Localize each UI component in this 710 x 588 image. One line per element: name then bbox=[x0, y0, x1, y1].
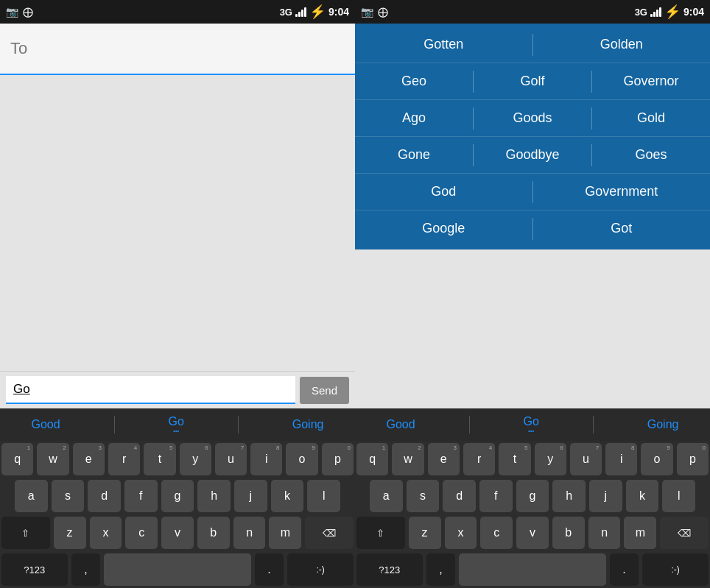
key-c-left[interactable]: c bbox=[125, 517, 158, 549]
key-x-right[interactable]: x bbox=[445, 517, 477, 549]
key-a-left[interactable]: a bbox=[15, 480, 48, 512]
key-k-left[interactable]: k bbox=[271, 480, 304, 512]
key-v-right[interactable]: v bbox=[516, 517, 549, 549]
to-field[interactable]: To bbox=[0, 24, 355, 75]
key-q-right[interactable]: 1q bbox=[356, 443, 388, 475]
space-key-right[interactable] bbox=[459, 553, 605, 586]
dropdown-goods[interactable]: Goods bbox=[474, 100, 591, 136]
key-c-right[interactable]: c bbox=[480, 517, 513, 549]
key-n-right[interactable]: n bbox=[588, 517, 621, 549]
key-r-left[interactable]: 4r bbox=[108, 443, 140, 475]
key-a-right[interactable]: a bbox=[370, 480, 403, 512]
dropdown-god[interactable]: God bbox=[355, 174, 532, 210]
dropdown-golf[interactable]: Golf bbox=[474, 63, 591, 99]
key-w-left[interactable]: 2w bbox=[37, 443, 68, 475]
dropdown-government[interactable]: Government bbox=[533, 174, 711, 210]
comma-key-right[interactable]: , bbox=[426, 553, 456, 586]
dropdown-geo[interactable]: Geo bbox=[355, 63, 473, 99]
key-q-left[interactable]: 1q bbox=[1, 443, 33, 475]
key-e-right[interactable]: 3e bbox=[428, 443, 460, 475]
key-h-left[interactable]: h bbox=[197, 480, 231, 512]
key-f-right[interactable]: f bbox=[479, 480, 513, 512]
dropdown-google[interactable]: Google bbox=[355, 210, 532, 247]
key-e-left[interactable]: 3e bbox=[73, 443, 105, 475]
key-s-right[interactable]: s bbox=[407, 480, 440, 512]
key-y-left[interactable]: 6y bbox=[180, 443, 211, 475]
key-g-left[interactable]: g bbox=[161, 480, 194, 512]
backspace-key-right[interactable]: ⌫ bbox=[660, 517, 709, 549]
time-left: 9:04 bbox=[328, 6, 349, 18]
key-i-right[interactable]: 8i bbox=[605, 443, 637, 475]
key-r-right[interactable]: 4r bbox=[463, 443, 495, 475]
key-f-left[interactable]: f bbox=[124, 480, 158, 512]
emoji-key-left[interactable]: :-) bbox=[287, 553, 354, 586]
key-p-left[interactable]: 0p bbox=[322, 443, 354, 475]
key-u-right[interactable]: 7u bbox=[570, 443, 602, 475]
sym-key-right[interactable]: ?123 bbox=[356, 553, 423, 586]
key-j-left[interactable]: j bbox=[234, 480, 267, 512]
suggestion-go-left[interactable]: Go bbox=[160, 412, 193, 437]
key-b-left[interactable]: b bbox=[197, 517, 230, 549]
dropdown-governor[interactable]: Governor bbox=[592, 63, 710, 99]
emoji-key-right[interactable]: :-) bbox=[642, 553, 709, 586]
dropdown-gotten[interactable]: Gotten bbox=[355, 26, 532, 63]
suggestion-divider-1 bbox=[114, 416, 115, 433]
sym-key-left[interactable]: ?123 bbox=[1, 553, 68, 586]
key-w-right[interactable]: 2w bbox=[392, 443, 423, 475]
key-x-left[interactable]: x bbox=[90, 517, 122, 549]
key-o-right[interactable]: 9o bbox=[641, 443, 672, 475]
key-h-right[interactable]: h bbox=[552, 480, 586, 512]
suggestions-row-right: Good Go Going bbox=[355, 408, 710, 441]
suggestion-going-right[interactable]: Going bbox=[639, 415, 688, 434]
key-n-left[interactable]: n bbox=[233, 517, 266, 549]
dropdown-got[interactable]: Got bbox=[533, 210, 711, 247]
key-m-left[interactable]: m bbox=[269, 517, 301, 549]
send-button[interactable]: Send bbox=[300, 377, 349, 404]
key-k-right[interactable]: k bbox=[626, 480, 659, 512]
space-key-left[interactable] bbox=[104, 553, 250, 586]
key-t-right[interactable]: 5t bbox=[499, 443, 530, 475]
dropdown-ago[interactable]: Ago bbox=[355, 100, 473, 136]
period-key-left[interactable]: . bbox=[255, 553, 284, 586]
suggestion-good-right[interactable]: Good bbox=[377, 415, 423, 434]
key-i-left[interactable]: 8i bbox=[250, 443, 282, 475]
key-l-left[interactable]: l bbox=[307, 480, 340, 512]
key-v-left[interactable]: v bbox=[161, 517, 194, 549]
status-right-left: 3G ⚡ 9:04 bbox=[280, 4, 349, 20]
message-input[interactable] bbox=[6, 376, 295, 404]
key-p-right[interactable]: 0p bbox=[677, 443, 709, 475]
key-row-2-left: a s d f g h j k l bbox=[0, 478, 355, 514]
dropdown-goes[interactable]: Goes bbox=[592, 137, 710, 173]
key-o-left[interactable]: 9o bbox=[286, 443, 317, 475]
dropdown-gone[interactable]: Gone bbox=[355, 137, 473, 173]
suggestion-go-right[interactable]: Go bbox=[515, 412, 548, 437]
key-l-right[interactable]: l bbox=[662, 480, 695, 512]
dropdown-golden[interactable]: Golden bbox=[533, 26, 711, 63]
backspace-key-left[interactable]: ⌫ bbox=[305, 517, 354, 549]
key-m-right[interactable]: m bbox=[624, 517, 656, 549]
dropdown-gold[interactable]: Gold bbox=[592, 100, 710, 136]
comma-key-left[interactable]: , bbox=[71, 553, 101, 586]
shift-key-right[interactable]: ⇧ bbox=[356, 517, 405, 549]
battery-icon-left: ⚡ bbox=[309, 4, 326, 20]
suggestion-good-left[interactable]: Good bbox=[22, 415, 68, 434]
key-z-left[interactable]: z bbox=[54, 517, 86, 549]
key-g-right[interactable]: g bbox=[516, 480, 549, 512]
suggestion-going-left[interactable]: Going bbox=[284, 415, 333, 434]
status-icons-left: 📷 ⨁ bbox=[6, 6, 33, 18]
dropdown-goodbye[interactable]: Goodbye bbox=[474, 137, 591, 173]
message-body bbox=[0, 75, 355, 371]
key-u-left[interactable]: 7u bbox=[215, 443, 247, 475]
key-y-right[interactable]: 6y bbox=[535, 443, 566, 475]
key-s-left[interactable]: s bbox=[52, 480, 85, 512]
shift-key-left[interactable]: ⇧ bbox=[1, 517, 50, 549]
key-d-right[interactable]: d bbox=[443, 480, 476, 512]
period-key-right[interactable]: . bbox=[610, 553, 639, 586]
key-t-left[interactable]: 5t bbox=[144, 443, 175, 475]
suggestion-divider-r1 bbox=[469, 416, 470, 433]
key-d-left[interactable]: d bbox=[88, 480, 121, 512]
key-b-right[interactable]: b bbox=[552, 517, 585, 549]
signal-icon-left bbox=[295, 7, 306, 17]
key-z-right[interactable]: z bbox=[409, 517, 441, 549]
key-j-right[interactable]: j bbox=[589, 480, 622, 512]
